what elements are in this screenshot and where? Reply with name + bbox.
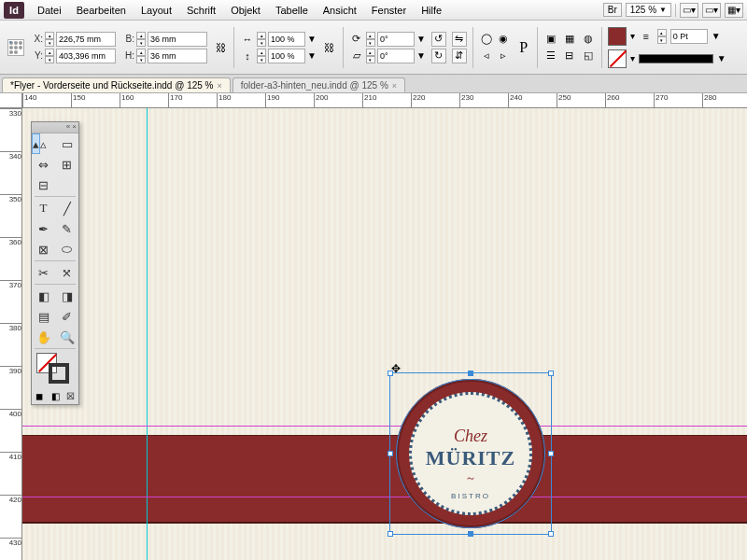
scissors-tool[interactable]: ✂ [32, 262, 55, 283]
screen-mode-button[interactable]: ▭▾ [702, 3, 721, 18]
panel-header[interactable]: « × [32, 122, 78, 133]
menu-schrift[interactable]: Schrift [179, 0, 223, 20]
guide-horizontal[interactable] [22, 497, 747, 497]
content-placer-tool[interactable]: ⊟ [32, 175, 55, 195]
container-select-icon[interactable]: ◯ [479, 32, 494, 47]
content-collector-tool[interactable]: ⊞ [55, 154, 78, 175]
menu-fenster[interactable]: Fenster [364, 0, 414, 20]
menu-tabelle[interactable]: Tabelle [268, 0, 316, 20]
tab-label: *Flyer - Vorderseite und Rückseite.indd … [10, 80, 213, 91]
handle-tm[interactable] [468, 371, 473, 376]
horizontal-ruler[interactable]: 1401501601701801902002102202302402502602… [22, 93, 747, 108]
menu-layout[interactable]: Layout [134, 0, 179, 20]
hand-tool[interactable]: ✋ [32, 327, 55, 347]
rotate-ccw-button[interactable]: ↺ [431, 32, 446, 47]
handle-tr[interactable] [548, 371, 554, 376]
red-band-graphic [22, 435, 747, 524]
handle-bm[interactable] [468, 531, 473, 537]
fill-swatch[interactable] [608, 27, 627, 46]
tools-panel[interactable]: « × ▴ ▵ ▭ ⇔ ⊞ ⊟ T ╱ ✒ ✎ ⊠ ⬭ ✂ ⤧ ◧ ◨ ▤ ✐ … [31, 121, 79, 405]
reference-point[interactable] [7, 39, 24, 56]
menu-bearbeiten[interactable]: Bearbeiten [69, 0, 134, 20]
x-field[interactable]: 226,75 mm [56, 32, 116, 47]
ruler-origin[interactable] [0, 93, 22, 108]
tab-label: folder-a3-hinten_neu.indd @ 125 % [241, 80, 388, 91]
document-canvas[interactable]: Chez MÜRITZ ～ BISTRO ✥ [22, 108, 747, 560]
guide-vertical[interactable] [147, 108, 148, 560]
handle-ml[interactable] [388, 451, 393, 456]
pen-tool[interactable]: ✒ [32, 218, 55, 239]
eyedropper-tool[interactable]: ✐ [55, 306, 78, 327]
selection-tool[interactable]: ▴ [32, 133, 40, 154]
menu-hilfe[interactable]: Hilfe [414, 0, 449, 20]
flip-h-button[interactable]: ⇋ [452, 32, 467, 47]
close-icon[interactable]: × [392, 81, 397, 91]
wrap-jump-next-icon[interactable]: ⊟ [562, 49, 577, 63]
y-label: Y: [30, 50, 43, 61]
x-label: X: [30, 34, 43, 44]
menu-ansicht[interactable]: Ansicht [316, 0, 364, 20]
flip-v-button[interactable]: ⇵ [452, 49, 467, 63]
bridge-button[interactable]: Br [603, 3, 622, 17]
tab-flyer[interactable]: *Flyer - Vorderseite und Rückseite.indd … [2, 77, 231, 92]
apply-none-button[interactable]: ☒ [63, 387, 78, 404]
wrap-shape-icon[interactable]: ◍ [581, 32, 596, 47]
rectangle-frame-tool[interactable]: ⊠ [32, 239, 55, 259]
pencil-tool[interactable]: ✎ [55, 218, 78, 239]
y-field[interactable]: 403,396 mm [56, 49, 116, 63]
page-tool[interactable]: ▭ [55, 133, 78, 154]
stroke-weight-field[interactable]: 0 Pt [670, 29, 708, 44]
line-tool[interactable]: ╱ [55, 198, 78, 218]
view-mode-button[interactable]: ▭▾ [680, 3, 698, 18]
close-icon[interactable]: × [217, 81, 221, 91]
shear-field[interactable]: 0° [377, 49, 415, 63]
stroke-style[interactable] [639, 54, 713, 63]
zoom-tool[interactable]: 🔍 [55, 327, 78, 347]
scale-y-field[interactable]: 100 % [268, 49, 305, 63]
wrap-bbox-icon[interactable]: ▦ [562, 32, 577, 47]
corner-options-icon[interactable]: ◱ [581, 49, 596, 63]
note-tool[interactable]: ▤ [32, 306, 55, 327]
constrain-scale-icon[interactable]: ⛓ [322, 40, 337, 55]
guide-horizontal[interactable] [22, 426, 747, 427]
fill-stroke-control[interactable] [32, 350, 78, 387]
paragraph-style-icon[interactable]: P [516, 40, 531, 55]
zoom-level-field[interactable]: 125 %▼ [626, 3, 671, 17]
apply-color-button[interactable]: ◼ [32, 387, 48, 404]
prev-object-icon[interactable]: ◃ [479, 49, 494, 63]
zoom-value: 125 % [630, 5, 656, 15]
stroke-box[interactable] [49, 363, 69, 384]
height-field[interactable]: 36 mm [148, 49, 207, 63]
gradient-feather-tool[interactable]: ◨ [55, 286, 78, 306]
free-transform-tool[interactable]: ⤧ [55, 262, 78, 283]
arrange-button[interactable]: ▦▾ [725, 3, 743, 18]
dropdown-icon: ▼ [659, 6, 667, 14]
app-logo: Id [4, 2, 24, 19]
type-tool[interactable]: T [32, 198, 55, 218]
menu-datei[interactable]: Datei [30, 0, 69, 20]
rotate-field[interactable]: 0° [377, 32, 415, 47]
handle-br[interactable] [548, 531, 554, 537]
gap-tool[interactable]: ⇔ [32, 154, 55, 175]
menu-objekt[interactable]: Objekt [223, 0, 268, 20]
rotate-cw-button[interactable]: ↻ [431, 49, 446, 63]
apply-gradient-button[interactable]: ◧ [48, 387, 63, 404]
stroke-swatch[interactable] [608, 49, 627, 68]
scale-x-field[interactable]: 100 % [268, 32, 305, 47]
control-bar: X:▴▾226,75 mm Y:▴▾403,396 mm B:▴▾36 mm H… [0, 21, 747, 75]
handle-mr[interactable] [548, 451, 554, 456]
handle-bl[interactable] [388, 531, 393, 537]
tab-folder[interactable]: folder-a3-hinten_neu.indd @ 125 %× [233, 77, 405, 92]
width-field[interactable]: 36 mm [148, 32, 207, 47]
selection-bounding-box[interactable] [389, 372, 552, 535]
vertical-ruler[interactable]: 330340350360370380390400410420430 [0, 108, 22, 560]
wrap-jump-icon[interactable]: ☰ [543, 49, 558, 63]
constrain-wh-icon[interactable]: ⛓ [213, 40, 228, 55]
next-object-icon[interactable]: ▹ [496, 49, 511, 63]
gradient-swatch-tool[interactable]: ◧ [32, 286, 55, 306]
stroke-weight-icon: ≡ [639, 29, 654, 44]
rectangle-tool[interactable]: ⬭ [55, 239, 78, 259]
wrap-none-icon[interactable]: ▣ [543, 32, 558, 47]
content-select-icon[interactable]: ◉ [496, 32, 511, 47]
document-tabs: *Flyer - Vorderseite und Rückseite.indd … [0, 75, 747, 93]
